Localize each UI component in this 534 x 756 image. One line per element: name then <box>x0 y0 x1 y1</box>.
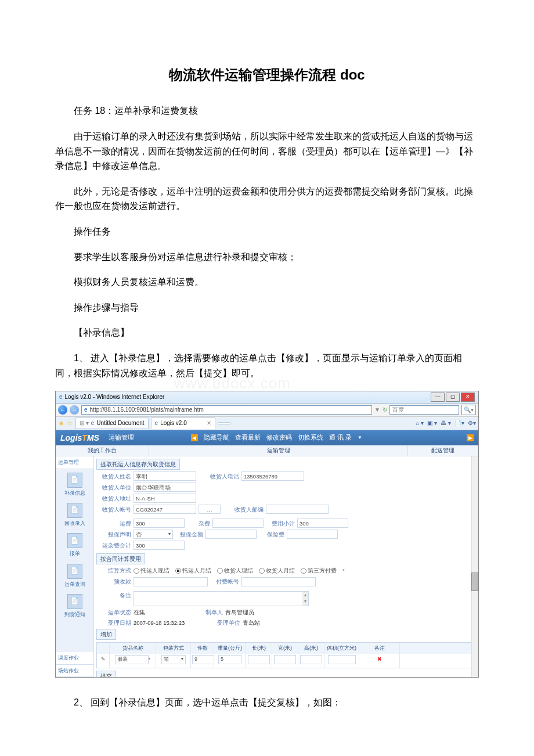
print-icon[interactable]: 🖶 ▾ <box>441 419 451 428</box>
col-delivery[interactable]: 配送管理 <box>408 445 478 456</box>
prepay-input[interactable] <box>134 577 208 586</box>
tab-new[interactable] <box>218 422 230 424</box>
fee-total-label: 运杂费合计 <box>96 541 131 550</box>
remark-textarea[interactable] <box>134 591 309 606</box>
tab-logis[interactable]: e Logis v2.0 ✕ <box>151 417 215 429</box>
insure-amt-label: 投保金额 <box>175 530 203 539</box>
col-workbench[interactable]: 我的工作台 <box>56 445 149 456</box>
step-2: 2、 回到【补录信息】页面，选中运单点击【提交复核】，如图： <box>55 695 479 710</box>
contacts-link[interactable]: 通 讯 录 <box>329 433 352 443</box>
tools-icon[interactable]: ⚙▾ <box>468 419 476 428</box>
close-button[interactable]: ✕ <box>461 393 475 402</box>
dropdown-icon[interactable]: ▼ <box>358 434 362 442</box>
minimize-button[interactable]: — <box>431 393 445 402</box>
goods-length-input[interactable] <box>248 655 270 664</box>
insure-decl-select[interactable]: 否▾ <box>134 530 173 539</box>
sidebar-item-arrival-notice[interactable]: 📄 到货通知 <box>56 591 93 621</box>
consignee-acct-input[interactable]: CG020247 <box>134 505 196 514</box>
page-icon[interactable]: 📄▾ <box>454 419 464 428</box>
consignee-name-label: 收货人姓名 <box>96 472 131 481</box>
settle-opt-3[interactable]: 收货人月结 <box>259 566 295 575</box>
delete-row-icon[interactable]: ✖ <box>377 656 382 662</box>
supply-heading: 【补录信息】 <box>55 325 479 340</box>
consignee-company-label: 收货人单位 <box>96 483 131 492</box>
sidebar: 运单管理 📄 补录信息 📄 回收录入 📄 报单 📄 运单查询 <box>56 456 94 677</box>
subtotal-input[interactable]: 300 <box>297 519 348 528</box>
goods-table-header: 货品名称 包装方式 件数 重量(公斤) 长(米) 宽(米) 高(米) 体积(立方… <box>97 643 474 653</box>
acct-lookup-button[interactable]: … <box>199 505 221 514</box>
refresh-link[interactable]: 查看最新 <box>235 433 261 443</box>
insure-fee-input[interactable] <box>287 530 338 539</box>
settle-opt-4[interactable]: 第三方付费 <box>301 566 337 575</box>
creator-value: 青岛管理员 <box>225 608 283 617</box>
sidebar-item-query[interactable]: 📄 运单查询 <box>56 560 93 591</box>
goods-name-input[interactable]: 服装 <box>115 655 149 664</box>
pay-acct-input[interactable] <box>241 577 316 586</box>
feed-icon[interactable]: ▣ ▾ <box>427 419 437 428</box>
forward-button[interactable]: → <box>70 405 79 415</box>
freight-input[interactable]: 300 <box>134 519 185 528</box>
consignee-company-input[interactable]: 烟台华联商场 <box>134 483 196 492</box>
sidebar-section-station[interactable]: 场站作业 <box>56 665 93 677</box>
prepay-label: 预收款 <box>96 577 131 586</box>
goods-height-input[interactable] <box>300 655 322 664</box>
settle-required-star: * <box>342 566 345 575</box>
goods-volume-input[interactable] <box>328 655 356 664</box>
add-favorite-icon[interactable]: ☆ <box>67 418 73 429</box>
misc-label: 杂费 <box>187 519 210 528</box>
goods-pack-select[interactable]: 箱▾ <box>161 655 186 664</box>
search-go-button[interactable]: 🔍▾ <box>461 405 476 415</box>
doc-icon: 📄 <box>67 564 82 579</box>
consignee-name-input[interactable]: 李明 <box>134 471 196 481</box>
sidebar-section-waybill[interactable]: 运单管理 <box>56 456 93 469</box>
search-input[interactable]: 百度 <box>389 405 459 415</box>
url-input[interactable]: e http://88.1.16.100:9081/plats/mainfram… <box>81 405 372 415</box>
doc-icon: 📄 <box>67 594 82 609</box>
fetch-consignor-button[interactable]: 提取托运人信息存为取货信息 <box>96 459 180 470</box>
settle-opt-1[interactable]: 托运人月结 <box>175 566 211 575</box>
remark-label: 备注 <box>96 591 131 600</box>
submit-button[interactable]: 提交 <box>96 671 116 677</box>
settle-opt-0[interactable]: 托运人现结 <box>134 566 169 575</box>
freight-label: 运费 <box>96 519 131 528</box>
ie-tools: ⌂ ▾ ▣ ▾ 🖶 ▾ 📄▾ ⚙▾ <box>416 419 476 428</box>
consignee-addr-input[interactable]: N-A-SH <box>134 494 196 503</box>
misc-input[interactable] <box>212 519 264 528</box>
col-transport[interactable]: 运输管理 <box>149 445 408 456</box>
goods-weight-input[interactable]: 5 <box>218 655 241 664</box>
goods-qty-input[interactable]: 9 <box>192 655 214 664</box>
module-title: 运输管理 <box>109 433 134 443</box>
favorites-star-icon[interactable]: ★ <box>58 418 64 429</box>
switch-system-link[interactable]: 切换系统 <box>298 433 323 443</box>
sidebar-item-supply[interactable]: 📄 补录信息 <box>56 469 93 499</box>
insure-fee-label: 保险费 <box>259 530 284 539</box>
sidebar-section-dispatch[interactable]: 调度作业 <box>56 652 93 664</box>
goods-table-row: ✎ 服装* 箱▾ 9 5 ✖ <box>97 654 474 668</box>
insure-decl-label: 投保声明 <box>96 530 131 539</box>
home-icon[interactable]: ⌂ ▾ <box>416 419 424 428</box>
op-task-1: 要求学生以客服身份对运单信息进行补录和提交审核； <box>55 250 479 265</box>
goods-width-input[interactable] <box>274 655 296 664</box>
contract-fee-button[interactable]: 按合同计算费用 <box>96 553 145 564</box>
maximize-button[interactable]: ▢ <box>446 393 460 402</box>
collapse-left-icon[interactable]: ◀ <box>191 434 198 441</box>
subtotal-label: 费用小计 <box>266 519 295 528</box>
sidebar-item-report[interactable]: 📄 报单 <box>56 530 93 560</box>
consignee-phone-input[interactable]: 13503526789 <box>241 471 304 481</box>
sidebar-item-recycle-entry[interactable]: 📄 回收录入 <box>56 499 93 530</box>
consignee-zip-input[interactable] <box>266 505 329 514</box>
insure-amt-input[interactable] <box>205 530 257 539</box>
settle-opt-2[interactable]: 收货人现结 <box>217 566 253 575</box>
tab-untitled[interactable]: ⊞ ▾ e Untitled Document <box>75 417 149 429</box>
add-goods-button[interactable]: 增加 <box>96 629 116 640</box>
accept-unit-label: 受理单位 <box>211 618 240 627</box>
scrollbar-thumb[interactable] <box>471 573 478 591</box>
edit-row-icon[interactable]: ✎ <box>101 656 106 662</box>
collapse-right-icon[interactable]: ▶ <box>467 434 474 441</box>
back-button[interactable]: ← <box>58 405 67 415</box>
window-title: Logis v2.0 - Windows Internet Explorer <box>65 393 165 402</box>
change-password-link[interactable]: 修改密码 <box>266 433 292 443</box>
hide-nav-link[interactable]: 隐藏导航 <box>204 433 229 443</box>
doc-icon: 📄 <box>67 473 82 488</box>
fee-total-input[interactable]: 300 <box>134 541 185 550</box>
